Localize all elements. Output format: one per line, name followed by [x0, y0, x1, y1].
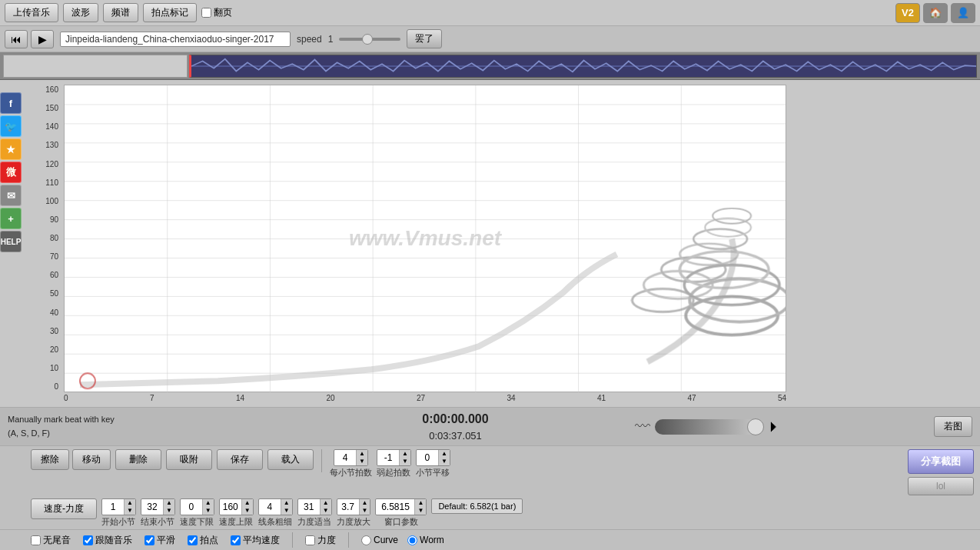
- force-smooth-down[interactable]: ▼: [321, 507, 331, 515]
- lol-btn[interactable]: lol: [908, 477, 974, 495]
- facebook-btn[interactable]: f: [0, 92, 22, 114]
- twitter-btn[interactable]: 🐦: [0, 115, 22, 137]
- speed-high-up[interactable]: ▲: [242, 499, 253, 507]
- volume-slider-thumb[interactable]: [747, 418, 764, 435]
- save-btn[interactable]: 保存: [217, 449, 263, 470]
- home-icon[interactable]: 🏠: [923, 3, 948, 23]
- beats-per-bar-arrows: ▲ ▼: [356, 450, 367, 465]
- beats-per-bar-down[interactable]: ▼: [357, 458, 367, 465]
- start-bar-spinner[interactable]: 1 ▲ ▼: [101, 498, 136, 515]
- speed-slider[interactable]: [339, 38, 400, 41]
- favorite-btn[interactable]: ★: [0, 138, 22, 160]
- avg-speed-checkbox[interactable]: [231, 535, 241, 545]
- force-max-down[interactable]: ▼: [360, 507, 370, 515]
- speed-label: speed: [297, 34, 322, 45]
- freq-btn[interactable]: 频谱: [103, 3, 138, 22]
- start-beat-up[interactable]: ▲: [400, 450, 410, 458]
- force-max-spinner[interactable]: 3.7 ▲ ▼: [337, 498, 371, 515]
- waveform-bar: [0, 52, 980, 80]
- force-smooth-arrows: ▲ ▼: [320, 499, 331, 515]
- worm-radio[interactable]: [407, 535, 417, 545]
- absorb-btn[interactable]: 吸附: [166, 449, 212, 470]
- import-btn[interactable]: 载入: [267, 449, 314, 470]
- force-smooth-up[interactable]: ▲: [321, 499, 331, 507]
- force-max-up[interactable]: ▲: [360, 499, 370, 507]
- help-btn[interactable]: HELP: [0, 231, 22, 252]
- speed-value: 1: [328, 34, 334, 45]
- x-label-7: 7: [150, 394, 154, 402]
- beats-per-bar-up[interactable]: ▲: [357, 450, 367, 458]
- force-checkbox[interactable]: [305, 535, 315, 545]
- end-bar-down[interactable]: ▼: [164, 507, 174, 515]
- user-icon[interactable]: 👤: [951, 3, 975, 23]
- add-btn[interactable]: +: [0, 208, 22, 229]
- beat-checkbox[interactable]: [188, 535, 198, 545]
- rewind-btn[interactable]: ⏮: [5, 30, 28, 48]
- beat-label: 拍点: [200, 534, 218, 547]
- wave-btn[interactable]: 波形: [63, 3, 98, 22]
- line-weight-down[interactable]: ▼: [281, 507, 292, 515]
- speed-low-val: 0: [181, 500, 202, 514]
- speed-force-btn[interactable]: 速度-力度: [31, 498, 97, 519]
- beat-btn[interactable]: 拍点标记: [143, 3, 197, 22]
- sure-btn[interactable]: 罢了: [407, 29, 442, 48]
- speed-low-spinner[interactable]: 0 ▲ ▼: [180, 498, 214, 515]
- y-label-70: 70: [29, 253, 61, 261]
- worm-radio-label[interactable]: Worm: [407, 535, 444, 545]
- force-smooth-val: 31: [298, 500, 320, 514]
- start-bar-up[interactable]: ▲: [125, 499, 135, 507]
- speed-low-down[interactable]: ▼: [203, 507, 214, 515]
- force-max-arrows: ▲ ▼: [359, 499, 370, 515]
- window-param-down[interactable]: ▼: [415, 507, 426, 515]
- line-weight-label: 线条粗细: [258, 516, 292, 528]
- y-label-140: 140: [29, 123, 61, 131]
- start-bar-val: 1: [102, 500, 124, 514]
- start-bar-down[interactable]: ▼: [125, 507, 135, 515]
- default-box: Default: 6.582(1 bar): [431, 498, 523, 514]
- v2-icon[interactable]: V2: [895, 3, 920, 23]
- speed-high-label: 速度上限: [219, 516, 253, 528]
- view-btn[interactable]: 若图: [934, 416, 972, 437]
- upload-btn[interactable]: 上传音乐: [5, 3, 58, 22]
- line-weight-spinner[interactable]: 4 ▲ ▼: [258, 498, 293, 515]
- bar-offset-down[interactable]: ▼: [439, 458, 450, 465]
- end-bar-up[interactable]: ▲: [164, 499, 174, 507]
- mail-btn[interactable]: ✉: [0, 185, 22, 206]
- speed-high-spinner[interactable]: 160 ▲ ▼: [219, 498, 254, 515]
- main-area: 160 150 140 130 120 110 100 90 80 70 60 …: [0, 80, 980, 407]
- smooth-group: 平滑: [145, 534, 175, 547]
- speed-low-arrows: ▲ ▼: [202, 499, 214, 515]
- curve-radio[interactable]: [361, 535, 371, 545]
- play-btn[interactable]: ▶: [31, 30, 54, 48]
- volume-slider[interactable]: [655, 419, 762, 435]
- svg-point-25: [679, 244, 738, 265]
- delete-btn[interactable]: 删除: [115, 449, 161, 470]
- end-bar-spinner[interactable]: 32 ▲ ▼: [141, 498, 175, 515]
- bar-offset-spinner[interactable]: 0 ▲ ▼: [416, 449, 450, 466]
- curve-radio-label[interactable]: Curve: [361, 535, 398, 545]
- chart-canvas[interactable]: www.Vmus.net: [64, 85, 786, 392]
- share-btn[interactable]: 分享截图: [908, 449, 974, 474]
- move-btn[interactable]: 移动: [72, 449, 111, 470]
- line-weight-up[interactable]: ▲: [281, 499, 292, 507]
- speed-high-down[interactable]: ▼: [242, 507, 253, 515]
- display-mode-group: Curve Worm: [361, 535, 444, 545]
- no-tail-checkbox[interactable]: [31, 535, 41, 545]
- erase-btn[interactable]: 擦除: [31, 449, 69, 470]
- waveform-main[interactable]: [189, 55, 977, 78]
- flip-checkbox[interactable]: [201, 8, 211, 18]
- follow-checkbox[interactable]: [83, 535, 93, 545]
- force-smooth-spinner[interactable]: 31 ▲ ▼: [297, 498, 332, 515]
- divider3: [348, 532, 349, 548]
- smooth-checkbox[interactable]: [145, 535, 154, 545]
- start-beat-spinner[interactable]: -1 ▲ ▼: [377, 449, 411, 466]
- y-label-0: 0: [29, 383, 61, 391]
- default-label: Default:: [438, 502, 467, 511]
- beats-per-bar-spinner[interactable]: 4 ▲ ▼: [334, 449, 368, 466]
- bar-offset-up[interactable]: ▲: [439, 450, 450, 458]
- window-param-spinner[interactable]: 6.5815 ▲ ▼: [375, 498, 427, 515]
- speed-low-up[interactable]: ▲: [203, 499, 214, 507]
- window-param-up[interactable]: ▲: [415, 499, 426, 507]
- start-beat-down[interactable]: ▼: [400, 458, 410, 465]
- weibo-btn[interactable]: 微: [0, 162, 22, 183]
